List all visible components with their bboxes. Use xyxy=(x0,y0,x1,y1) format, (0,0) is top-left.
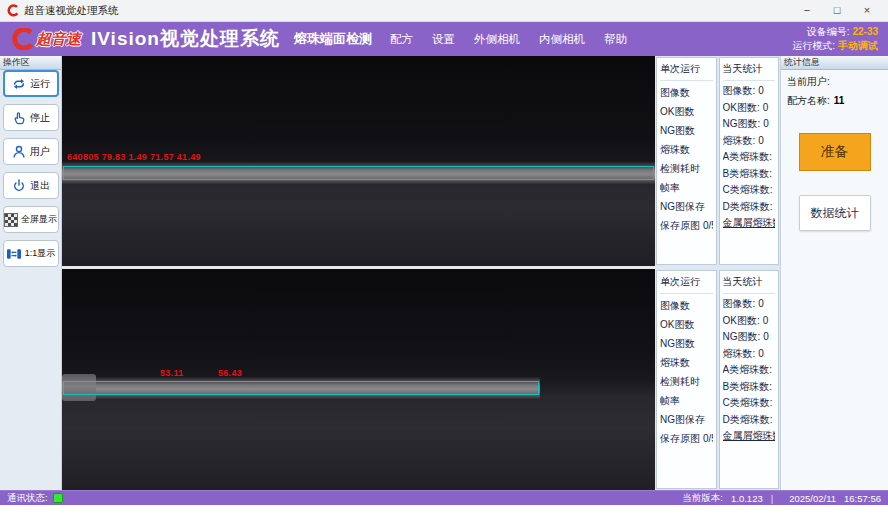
main-menu: 配方 设置 外侧相机 内侧相机 帮助 xyxy=(390,32,627,47)
stat-row: 熔珠数:0 xyxy=(723,346,776,363)
run-cycle-icon xyxy=(11,76,27,92)
power-icon xyxy=(11,178,27,194)
stat-row: B类熔珠数:0 xyxy=(723,166,776,183)
operation-sidebar: 操作区 运行 停止 xyxy=(0,56,62,490)
menu-item-inner-camera[interactable]: 内侧相机 xyxy=(539,32,585,47)
sidebar-title: 操作区 xyxy=(0,56,61,70)
status-time: 16:57:56 xyxy=(844,493,881,504)
stat-row: OK图数:0 xyxy=(723,100,776,117)
stat-label: C类熔珠数: xyxy=(723,397,773,408)
stat-row: 熔珠数 xyxy=(660,140,713,159)
stat-label: 金属屑熔珠数: xyxy=(723,430,776,441)
recipe-name-label: 配方名称: xyxy=(787,95,830,106)
minimize-button[interactable]: − xyxy=(792,0,822,21)
stat-label: 图像数: xyxy=(723,298,756,309)
stat-row: NG图保存 xyxy=(660,197,713,216)
stop-button-label: 停止 xyxy=(30,111,50,125)
recipe-name-value: 11 xyxy=(834,95,845,106)
stat-row: OK图数:0 xyxy=(723,313,776,330)
device-number-value: 22-33 xyxy=(852,26,878,37)
recipe-name: 配方名称:11 xyxy=(787,94,882,108)
fullscreen-display-label: 全屏显示 xyxy=(21,213,57,226)
version-value: 1.0.123 xyxy=(731,493,763,504)
stat-label: 帧率 xyxy=(660,182,680,193)
brand-swirl-icon xyxy=(10,28,34,50)
stat-row: NG图数:0 xyxy=(723,116,776,133)
window-title: 超音速视觉处理系统 xyxy=(24,4,119,18)
today-stats-title: 当天统计 xyxy=(723,272,776,294)
stat-row: NG图数 xyxy=(660,121,713,140)
stat-row: C类熔珠数:0 xyxy=(723,395,776,412)
stat-row: NG图保存 xyxy=(660,410,713,429)
stat-label: 图像数: xyxy=(723,85,756,96)
user-icon xyxy=(11,144,27,160)
stat-row: 图像数 xyxy=(660,83,713,102)
os-titlebar: 超音速视觉处理系统 − □ × xyxy=(0,0,888,22)
app-logo-icon xyxy=(6,4,19,17)
stat-label: 图像数 xyxy=(660,87,690,98)
single-run-column: 单次运行 图像数 OK图数 NG图数 熔珠数 检测耗时 xyxy=(656,270,717,489)
stat-row: 图像数:0 xyxy=(723,83,776,100)
data-statistics-button[interactable]: 数据统计 xyxy=(799,195,871,231)
stat-label: A类熔珠数: xyxy=(723,151,772,162)
stat-value: 0/500 xyxy=(703,220,713,231)
brand-name: 超音速 xyxy=(36,30,81,49)
outer-camera-view[interactable]: 640805 79.83 1.49 71.57 41.49 xyxy=(62,56,655,266)
stat-row: A类熔珠数:0 xyxy=(723,362,776,379)
stat-row: 金属屑熔珠数:0 xyxy=(723,215,776,232)
user-button[interactable]: 用户 xyxy=(3,138,59,165)
stat-row: D类熔珠数:0 xyxy=(723,199,776,216)
stop-button[interactable]: 停止 xyxy=(3,104,59,131)
menu-item-recipe[interactable]: 配方 xyxy=(390,32,413,47)
menu-item-help[interactable]: 帮助 xyxy=(604,32,627,47)
bead-detection-box xyxy=(63,381,539,395)
stat-row: OK图数 xyxy=(660,315,713,334)
prepare-button[interactable]: 准备 xyxy=(799,133,871,171)
run-button-label: 运行 xyxy=(30,77,50,91)
status-date: 2025/02/11 xyxy=(789,493,836,504)
menu-item-outer-camera[interactable]: 外侧相机 xyxy=(474,32,520,47)
page-title: IVision视觉处理系统 xyxy=(91,26,280,52)
stat-row: NG图数:0 xyxy=(723,329,776,346)
stat-row: 帧率 xyxy=(660,391,713,410)
stat-row: 熔珠数 xyxy=(660,353,713,372)
exit-button[interactable]: 退出 xyxy=(3,172,59,199)
single-run-column: 单次运行 图像数 OK图数 NG图数 熔珠数 检测耗时 xyxy=(656,57,717,265)
stat-row: 帧率 xyxy=(660,178,713,197)
stat-value: 0 xyxy=(758,348,764,359)
brand-logo: 超音速 xyxy=(10,28,81,50)
stat-value: 0 xyxy=(763,118,769,129)
status-bar: 通讯状态: 当前版本: 1.0.123 | 2025/02/11 16:57:5… xyxy=(0,490,888,505)
stat-label: D类熔珠数: xyxy=(723,201,773,212)
device-number-label: 设备编号: xyxy=(807,26,850,37)
run-button[interactable]: 运行 xyxy=(3,70,59,97)
run-mode-label: 运行模式: xyxy=(792,40,835,51)
stat-row: 熔珠数:0 xyxy=(723,133,776,150)
stat-value: 0 xyxy=(758,135,764,146)
stat-label: 熔珠数 xyxy=(660,144,690,155)
menu-item-settings[interactable]: 设置 xyxy=(432,32,455,47)
user-button-label: 用户 xyxy=(30,145,50,159)
maximize-button[interactable]: □ xyxy=(822,0,852,21)
inner-camera-view[interactable]: 53.11 56.43 xyxy=(62,269,655,490)
stat-row: 图像数 xyxy=(660,296,713,315)
stop-hand-icon xyxy=(11,110,27,126)
stat-row: OK图数 xyxy=(660,102,713,121)
fullscreen-display-button[interactable]: 全屏显示 xyxy=(3,206,59,233)
stat-row: 保存原图0/500 xyxy=(660,216,713,235)
run-mode-value: 手动调试 xyxy=(838,40,878,51)
comm-status-indicator xyxy=(53,493,63,503)
stat-value: 0 xyxy=(763,102,769,113)
stat-value: 0 xyxy=(763,315,769,326)
desktop-background xyxy=(0,505,888,522)
device-number: 设备编号:22-33 xyxy=(792,25,878,39)
close-button[interactable]: × xyxy=(852,0,882,21)
stat-label: NG图保存 xyxy=(660,414,705,425)
stat-label: 保存原图 xyxy=(660,220,700,231)
one-to-one-icon xyxy=(6,247,22,261)
one-to-one-display-button[interactable]: 1:1显示 xyxy=(3,240,59,267)
stat-label: 检测耗时 xyxy=(660,376,700,387)
single-run-title: 单次运行 xyxy=(660,272,713,294)
stat-row: 保存原图0/500 xyxy=(660,429,713,448)
camera-viewport: 640805 79.83 1.49 71.57 41.49 53.11 56.4… xyxy=(62,56,655,490)
